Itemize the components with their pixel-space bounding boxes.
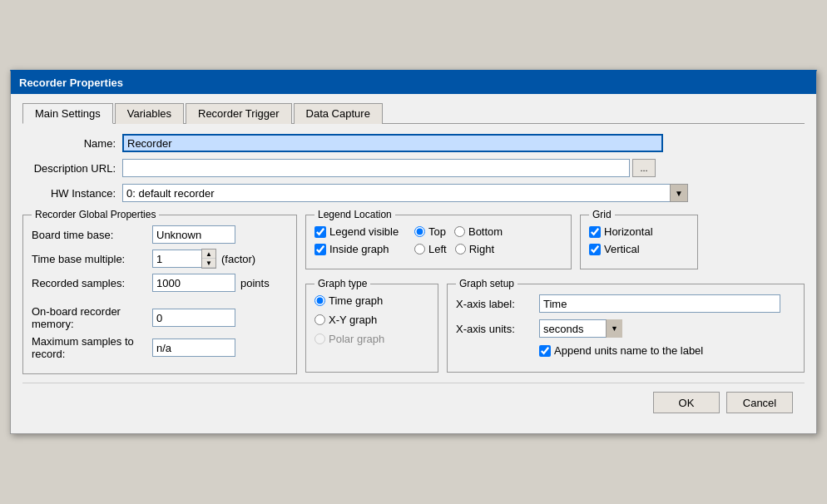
x-axis-label-label: X-axis label: <box>456 298 539 310</box>
x-axis-label-row: X-axis label: <box>456 294 795 313</box>
bottom-radio[interactable] <box>454 226 465 237</box>
horizontal-label[interactable]: Horizontal <box>589 225 689 238</box>
graph-setup-fieldset: Graph setup X-axis label: X-axis units: … <box>447 278 805 373</box>
time-base-up-button[interactable]: ▲ <box>202 250 215 259</box>
left-radio[interactable] <box>414 244 425 254</box>
bottom-panels: Graph type Time graph X-Y graph <box>305 278 805 373</box>
max-samples-label: Maximum samples to record: <box>32 335 152 360</box>
ok-button[interactable]: OK <box>653 392 720 413</box>
xy-graph-option: X-Y graph <box>314 314 429 326</box>
top-bottom-group: Top Bottom <box>414 225 503 238</box>
top-radio[interactable] <box>414 226 425 237</box>
graph-type-legend: Graph type <box>314 278 370 289</box>
time-base-multiple-label: Time base multiple: <box>32 253 152 265</box>
tab-main-settings[interactable]: Main Settings <box>22 103 113 124</box>
right-radio-label[interactable]: Right <box>455 243 494 255</box>
panels-row: Recorder Global Properties Board time ba… <box>22 209 805 374</box>
legend-grid-row: Legend Location Legend visible Top <box>305 209 805 269</box>
bottom-radio-label[interactable]: Bottom <box>454 225 503 238</box>
recorder-global-legend: Recorder Global Properties <box>32 209 159 220</box>
time-base-multiple-row: Time base multiple: ▲ ▼ (factor) <box>32 249 288 269</box>
inside-graph-row: Inside graph Left Right <box>314 243 562 255</box>
tab-variables[interactable]: Variables <box>115 103 184 124</box>
graph-type-fieldset: Graph type Time graph X-Y graph <box>305 278 438 373</box>
x-axis-units-row: X-axis units: seconds milliseconds minut… <box>456 319 795 338</box>
append-units-checkbox[interactable] <box>539 345 551 357</box>
time-graph-option: Time graph <box>314 294 429 307</box>
xy-graph-label[interactable]: X-Y graph <box>314 314 377 326</box>
units-select[interactable]: seconds milliseconds minutes <box>539 319 622 338</box>
time-base-input[interactable] <box>152 250 202 268</box>
xy-graph-radio[interactable] <box>314 314 325 325</box>
vertical-label[interactable]: Vertical <box>589 243 689 255</box>
desc-label: Description URL: <box>22 162 122 175</box>
name-input[interactable] <box>122 134 663 152</box>
legend-visible-row: Legend visible Top Bottom <box>314 225 562 238</box>
time-graph-radio[interactable] <box>314 295 325 306</box>
name-row: Name: <box>22 134 805 152</box>
name-label: Name: <box>22 137 122 150</box>
time-base-down-button[interactable]: ▼ <box>202 259 215 268</box>
hw-instance-row: HW Instance: 0: default recorder ▼ <box>22 184 805 202</box>
polar-graph-label: Polar graph <box>314 333 384 345</box>
x-axis-units-label: X-axis units: <box>456 323 539 335</box>
on-board-memory-row: On-board recorder memory: <box>32 305 288 330</box>
max-samples-row: Maximum samples to record: <box>32 335 288 360</box>
board-time-base-input[interactable] <box>152 225 235 244</box>
desc-row: Description URL: ... <box>22 159 805 177</box>
legend-location-legend: Legend Location <box>314 209 395 220</box>
legend-visible-label[interactable]: Legend visible <box>314 225 414 238</box>
board-time-base-label: Board time base: <box>32 229 152 241</box>
time-graph-label[interactable]: Time graph <box>314 294 383 307</box>
inside-graph-label[interactable]: Inside graph <box>314 243 414 255</box>
tabs-bar: Main Settings Variables Recorder Trigger… <box>22 102 805 124</box>
desc-input[interactable] <box>122 159 630 177</box>
x-axis-label-input[interactable] <box>539 294 780 313</box>
time-base-unit: (factor) <box>221 253 255 265</box>
horizontal-row: Horizontal <box>589 225 689 238</box>
time-base-arrows: ▲ ▼ <box>201 249 216 269</box>
time-base-spinner: ▲ ▼ <box>152 249 216 269</box>
recorded-samples-row: Recorded samples: points <box>32 274 288 292</box>
append-units-row: Append units name to the label <box>456 344 795 357</box>
max-samples-input[interactable] <box>152 338 235 357</box>
recorder-properties-dialog: Recorder Properties Main Settings Variab… <box>10 70 817 434</box>
dialog-footer: OK Cancel <box>22 383 805 422</box>
tab-recorder-trigger[interactable]: Recorder Trigger <box>186 103 292 124</box>
recorded-samples-input[interactable] <box>152 274 235 292</box>
recorded-samples-label: Recorded samples: <box>32 277 152 289</box>
units-select-wrapper: seconds milliseconds minutes ▼ <box>539 319 622 338</box>
hw-label: HW Instance: <box>22 187 122 200</box>
browse-button[interactable]: ... <box>632 159 656 177</box>
right-radio[interactable] <box>455 244 466 254</box>
middle-section: Legend Location Legend visible Top <box>305 209 805 374</box>
left-right-group: Left Right <box>414 243 494 255</box>
dialog-body: Main Settings Variables Recorder Trigger… <box>11 94 816 433</box>
legend-location-fieldset: Legend Location Legend visible Top <box>305 209 572 269</box>
legend-visible-checkbox[interactable] <box>314 226 326 238</box>
on-board-memory-input[interactable] <box>152 309 235 327</box>
horizontal-checkbox[interactable] <box>589 226 601 238</box>
recorded-samples-unit: points <box>240 277 270 289</box>
board-time-base-row: Board time base: <box>32 225 288 244</box>
left-radio-label[interactable]: Left <box>414 243 447 255</box>
hw-select-wrapper: 0: default recorder ▼ <box>122 184 688 202</box>
on-board-memory-label: On-board recorder memory: <box>32 305 152 330</box>
tab-data-capture[interactable]: Data Capture <box>294 103 383 124</box>
vertical-checkbox[interactable] <box>589 244 601 255</box>
dialog-title: Recorder Properties <box>11 72 816 94</box>
vertical-row: Vertical <box>589 243 689 255</box>
cancel-button[interactable]: Cancel <box>726 392 793 413</box>
top-radio-label[interactable]: Top <box>414 225 446 238</box>
polar-graph-option: Polar graph <box>314 333 429 345</box>
recorder-global-fieldset: Recorder Global Properties Board time ba… <box>22 209 297 374</box>
polar-graph-radio <box>314 334 325 344</box>
grid-legend: Grid <box>589 209 615 220</box>
grid-fieldset: Grid Horizontal Vertical <box>580 209 698 269</box>
inside-graph-checkbox[interactable] <box>314 244 326 255</box>
graph-setup-legend: Graph setup <box>456 278 517 289</box>
hw-select[interactable]: 0: default recorder <box>122 184 688 202</box>
append-units-label[interactable]: Append units name to the label <box>539 344 703 357</box>
